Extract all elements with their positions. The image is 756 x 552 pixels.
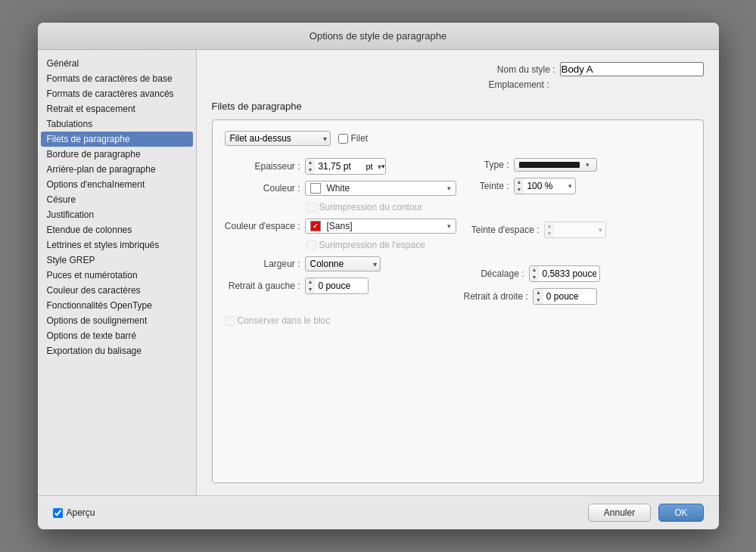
retrait-gauche-up[interactable]: ▲ [306, 278, 316, 286]
type-row: Type : ▾ [464, 158, 691, 172]
filet-checkbox-label[interactable]: Filet [338, 133, 369, 144]
teinte-espace-label: Teinte d'espace : [464, 225, 540, 235]
spacer1 [464, 200, 691, 216]
sidebar-item-filets-paragraphe[interactable]: Filets de paragraphe [41, 132, 193, 147]
teinte-espace-down[interactable]: ▼ [545, 230, 555, 237]
type-field[interactable]: ▾ [514, 158, 597, 172]
surimpression-contour-checkbox[interactable] [306, 203, 316, 212]
sidebar-item-fonctionnalites-opentype[interactable]: Fonctionnalités OpenType [38, 298, 196, 313]
largeur-select[interactable]: Colonne Texte Marges [305, 256, 381, 271]
sidebar-item-couleur-caracteres[interactable]: Couleur des caractères [38, 283, 196, 298]
apercu-label[interactable]: Aperçu [53, 507, 95, 518]
sidebar-item-etendue-colonnes[interactable]: Etendue de colonnes [38, 222, 196, 237]
emplacement-label: Emplacement : [488, 79, 549, 90]
sidebar-item-exportation-balisage[interactable]: Exportation du balisage [38, 343, 196, 358]
retrait-droite-arrows[interactable]: ▲ ▼ [534, 289, 543, 304]
decalage-label: Décalage : [464, 268, 524, 279]
sidebar-item-options-soulignement[interactable]: Options de soulignement [38, 313, 196, 328]
type-arrow[interactable]: ▾ [586, 161, 590, 169]
sidebar-item-justification[interactable]: Justification [38, 207, 196, 222]
epaisseur-down[interactable]: ▼ [306, 166, 316, 174]
dialog: Options de style de paragraphe GénéralFo… [38, 23, 719, 529]
sidebar-item-options-enchainement[interactable]: Options d'enchaînement [38, 177, 196, 192]
retrait-gauche-input[interactable] [315, 279, 368, 293]
decalage-arrows[interactable]: ▲ ▼ [530, 266, 540, 281]
dialog-title: Options de style de paragraphe [310, 30, 446, 42]
sidebar-item-retrait-espacement[interactable]: Retrait et espacement [38, 101, 196, 116]
retrait-gauche-down[interactable]: ▼ [306, 286, 316, 293]
retrait-gauche-row: Retrait à gauche : ▲ ▼ [225, 278, 456, 294]
type-label: Type : [464, 160, 509, 170]
epaisseur-up-arrow[interactable]: ▲ ▼ [306, 159, 316, 174]
teinte-up[interactable]: ▲ [515, 178, 524, 186]
teinte-spinner[interactable]: ▲ ▼ ▾ [514, 178, 577, 194]
conserver-checkbox[interactable] [225, 316, 235, 326]
sidebar: GénéralFormats de caractères de baseForm… [38, 50, 197, 495]
conserver-label[interactable]: Conserver dans le bloc [225, 315, 691, 326]
sidebar-item-cesure[interactable]: Césure [38, 192, 196, 207]
epaisseur-unit-wrapper[interactable]: pt mm ▾ [364, 162, 385, 171]
teinte-arrow[interactable]: ▾ [565, 182, 575, 190]
section-title: Filets de paragraphe [212, 101, 704, 112]
annuler-button[interactable]: Annuler [588, 504, 651, 522]
teinte-espace-spinner[interactable]: ▲ ▼ ▾ [544, 222, 607, 238]
decalage-up[interactable]: ▲ [530, 266, 540, 274]
epaisseur-unit[interactable]: pt mm [364, 162, 386, 171]
retrait-gauche-spinner[interactable]: ▲ ▼ [305, 278, 369, 294]
teinte-espace-arrows[interactable]: ▲ ▼ [545, 222, 555, 237]
couleur-espace-field[interactable]: ✓ [Sans] ▾ [305, 219, 456, 234]
panel-box: Filet au-dessus Filet au-dessous Filet [212, 119, 704, 483]
decalage-down[interactable]: ▼ [530, 274, 540, 281]
filet-dropdown-wrapper[interactable]: Filet au-dessus Filet au-dessous [225, 131, 331, 146]
retrait-droite-down[interactable]: ▼ [534, 296, 543, 304]
sidebar-item-general[interactable]: Général [38, 56, 196, 71]
teinte-down[interactable]: ▼ [515, 186, 524, 194]
teinte-arrows[interactable]: ▲ ▼ [515, 178, 524, 194]
largeur-label: Largeur : [225, 259, 300, 269]
decalage-spinner[interactable]: ▲ ▼ [529, 265, 601, 282]
sidebar-item-tabulations[interactable]: Tabulations [38, 116, 196, 132]
sidebar-item-lettrines[interactable]: Lettrines et styles imbriqués [38, 237, 196, 253]
retrait-droite-up[interactable]: ▲ [534, 289, 543, 296]
surimpression-contour-label[interactable]: Surimpression du contour [306, 202, 423, 212]
sidebar-item-arriere-plan[interactable]: Arrière-plan de paragraphe [38, 162, 196, 177]
decalage-row: Décalage : ▲ ▼ [464, 265, 691, 282]
filet-dropdown[interactable]: Filet au-dessus Filet au-dessous [225, 131, 331, 146]
sidebar-item-bordure[interactable]: Bordure de paragraphe [38, 147, 196, 162]
sidebar-item-options-texte-barre[interactable]: Options de texte barré [38, 328, 196, 343]
retrait-droite-label: Retrait à droite : [464, 291, 528, 302]
right-column: Type : ▾ Teinte : ▲ [464, 158, 691, 305]
teinte-espace-arrow[interactable]: ▾ [596, 226, 605, 234]
nom-style-input[interactable] [560, 62, 704, 76]
teinte-espace-up[interactable]: ▲ [545, 222, 555, 230]
teinte-espace-input[interactable] [554, 223, 596, 237]
teinte-input[interactable] [524, 179, 565, 193]
retrait-droite-row: Retrait à droite : ▲ ▼ [464, 288, 691, 305]
retrait-gauche-arrows[interactable]: ▲ ▼ [306, 278, 316, 293]
decalage-input[interactable] [539, 267, 599, 281]
epaisseur-row: Epaisseur : ▲ ▼ pt mm [225, 158, 456, 175]
epaisseur-input[interactable] [315, 160, 364, 173]
largeur-wrapper[interactable]: Colonne Texte Marges [305, 256, 381, 271]
ok-button[interactable]: OK [658, 504, 703, 522]
sidebar-item-style-grep[interactable]: Style GREP [38, 253, 196, 268]
sidebar-item-puces-numerotation[interactable]: Puces et numérotation [38, 268, 196, 283]
teinte-espace-row: Teinte d'espace : ▲ ▼ ▾ [464, 222, 691, 238]
surimpression-espace-checkbox[interactable] [306, 240, 316, 250]
couleur-field[interactable]: White ▾ [305, 181, 456, 196]
apercu-text: Aperçu [67, 507, 95, 518]
surimpression-espace-label[interactable]: Surimpression de l'espace [306, 240, 425, 250]
apercu-checkbox[interactable] [53, 508, 63, 518]
epaisseur-spinner[interactable]: ▲ ▼ pt mm ▾ [305, 158, 387, 175]
couleur-espace-arrow[interactable]: ▾ [447, 222, 451, 230]
couleur-espace-row: Couleur d'espace : ✓ [Sans] ▾ [225, 219, 456, 234]
sidebar-item-formats-base[interactable]: Formats de caractères de base [38, 71, 196, 86]
teinte-label: Teinte : [464, 181, 509, 191]
epaisseur-up[interactable]: ▲ [306, 159, 316, 166]
retrait-droite-spinner[interactable]: ▲ ▼ [533, 288, 597, 305]
sidebar-item-formats-avances[interactable]: Formats de caractères avancés [38, 86, 196, 101]
filet-checkbox[interactable] [338, 134, 348, 144]
type-bar [519, 162, 580, 168]
retrait-droite-input[interactable] [543, 290, 596, 303]
couleur-arrow[interactable]: ▾ [447, 185, 451, 192]
